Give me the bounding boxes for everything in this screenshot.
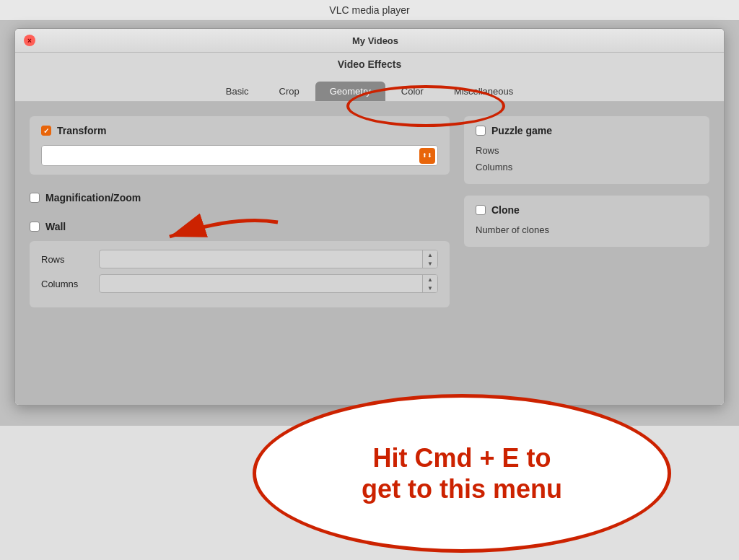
wall-columns-row: Columns 3 ▲ ▼ (41, 274, 438, 293)
puzzle-header: Puzzle game (476, 125, 698, 136)
window-title-bar: × My Videos (15, 29, 724, 53)
magnification-label: Magnification/Zoom (45, 192, 141, 204)
tab-crop[interactable]: Crop (265, 82, 314, 101)
window-title: My Videos (35, 35, 715, 46)
content-area: Transform Flip horizontally Magnificatio… (15, 102, 724, 405)
wall-section: Wall Rows 3 ▲ ▼ (30, 221, 450, 307)
puzzle-game-section: Puzzle game Rows Columns (464, 116, 709, 184)
window-frame: × My Videos Video Effects Basic Crop Geo… (14, 28, 725, 406)
clone-label: Clone (491, 204, 520, 216)
close-icon: × (27, 37, 32, 45)
wall-columns-input[interactable]: 3 (100, 276, 422, 292)
speech-bubble-text: Hit Cmd + E to get to this menu (354, 435, 569, 512)
wall-rows-row: Rows 3 ▲ ▼ (41, 250, 438, 268)
transform-dropdown-wrapper: Flip horizontally (41, 145, 438, 166)
wall-fields: Rows 3 ▲ ▼ Columns 3 (30, 241, 450, 307)
puzzle-columns-label: Columns (476, 159, 698, 175)
app-title: VLC media player (329, 4, 409, 16)
speech-bubble: Hit Cmd + E to get to this menu (253, 394, 671, 553)
wall-columns-input-wrapper: 3 ▲ ▼ (99, 274, 438, 293)
wall-rows-label: Rows (41, 254, 99, 265)
magnification-section: Magnification/Zoom (30, 186, 450, 209)
puzzle-checkbox[interactable] (476, 126, 486, 136)
app-title-bar: VLC media player (0, 0, 739, 21)
transform-label: Transform (57, 125, 106, 136)
wall-rows-input[interactable]: 3 (100, 251, 422, 268)
wall-header: Wall (30, 221, 450, 232)
wall-columns-down-btn[interactable]: ▼ (423, 284, 437, 292)
clone-header: Clone (476, 204, 698, 216)
close-button[interactable]: × (24, 35, 35, 46)
wall-checkbox[interactable] (30, 222, 40, 232)
transform-header: Transform (41, 125, 438, 136)
wall-columns-up-btn[interactable]: ▲ (423, 275, 437, 284)
puzzle-rows-label: Rows (476, 142, 698, 159)
number-of-clones-label: Number of clones (476, 222, 698, 238)
right-panel: Puzzle game Rows Columns Clone Number of… (464, 116, 709, 390)
tab-miscellaneous[interactable]: Miscellaneous (440, 82, 528, 101)
tab-color[interactable]: Color (387, 82, 438, 101)
transform-section: Transform Flip horizontally (30, 116, 450, 175)
left-panel: Transform Flip horizontally Magnificatio… (30, 116, 450, 390)
clone-section: Clone Number of clones (464, 196, 709, 247)
wall-rows-up-btn[interactable]: ▲ (423, 250, 437, 259)
wall-rows-down-btn[interactable]: ▼ (423, 259, 437, 268)
wall-columns-stepper: ▲ ▼ (422, 275, 437, 292)
wall-label: Wall (45, 221, 66, 232)
transform-checkbox[interactable] (41, 126, 51, 136)
wall-rows-stepper: ▲ ▼ (422, 250, 437, 268)
magnification-checkbox[interactable] (30, 193, 40, 203)
puzzle-label: Puzzle game (491, 125, 552, 136)
wall-columns-label: Columns (41, 279, 99, 289)
tab-bar: Basic Crop Geometry Color Miscellaneous (15, 76, 724, 102)
wall-rows-input-wrapper: 3 ▲ ▼ (99, 250, 438, 268)
tab-basic[interactable]: Basic (211, 82, 263, 101)
clone-checkbox[interactable] (476, 205, 486, 215)
dialog-title: Video Effects (15, 53, 724, 76)
transform-dropdown[interactable]: Flip horizontally (41, 145, 438, 166)
tab-geometry[interactable]: Geometry (315, 82, 385, 101)
